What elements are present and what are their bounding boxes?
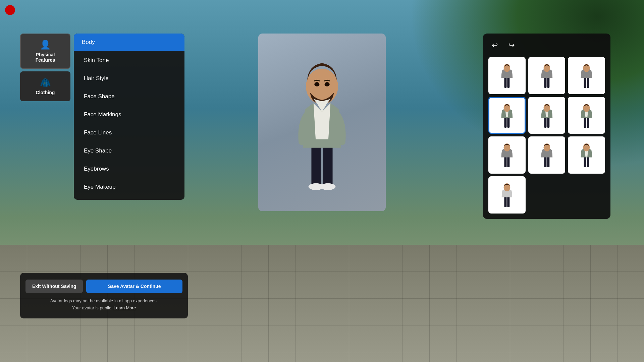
bottom-actions-panel: Exit Without Saving Save Avatar & Contin… [20,273,188,318]
svg-rect-12 [547,77,549,88]
action-buttons: Exit Without Saving Save Avatar & Contin… [25,280,182,293]
outfit-item-5[interactable] [528,97,566,134]
svg-rect-20 [544,117,546,128]
svg-rect-36 [507,196,509,207]
svg-rect-14 [584,77,586,88]
outfit-grid [488,57,605,214]
learn-more-link[interactable]: Learn More [114,305,136,310]
redo-button[interactable]: ↪ [505,39,518,52]
svg-rect-8 [504,77,506,88]
svg-rect-33 [587,157,589,168]
svg-rect-11 [544,77,546,88]
notice-text: Avatar legs may not be available in all … [25,298,182,312]
right-panel: ↩ ↪ [483,34,610,219]
physical-features-icon: 👤 [40,40,51,50]
outfit-item-10[interactable] [488,176,526,214]
tab-clothing[interactable]: 🧥 Clothing [20,71,70,101]
svg-rect-27 [507,157,509,168]
panel-controls: ↩ ↪ [488,39,605,52]
svg-rect-17 [504,117,506,128]
svg-rect-0 [311,143,321,186]
menu-item-body[interactable]: Body [74,34,184,51]
svg-point-5 [306,69,338,104]
avatar-figure [258,34,386,211]
redo-icon: ↪ [508,41,515,49]
outfit-item-9[interactable] [568,136,605,174]
outfit-item-7[interactable] [488,136,526,174]
tab-clothing-label: Clothing [36,90,55,95]
menu-item-face-lines[interactable]: Face Lines [76,124,182,141]
outfit-item-2[interactable] [528,57,566,94]
svg-point-6 [314,82,319,86]
svg-rect-18 [507,117,509,128]
tab-physical-features[interactable]: 👤 Physical Features [20,34,70,69]
svg-rect-26 [504,157,506,168]
notice-line2: Your avatar is public. [72,305,112,310]
tab-physical-features-label: Physical Features [26,52,64,63]
svg-point-3 [320,183,335,190]
svg-rect-1 [323,143,333,186]
category-tabs: 👤 Physical Features 🧥 Clothing [20,34,70,101]
undo-button[interactable]: ↩ [488,39,501,52]
outfit-item-8[interactable] [528,136,566,174]
menu-item-hair-style[interactable]: Hair Style [76,70,182,87]
svg-rect-29 [544,157,546,168]
menu-item-skin-tone[interactable]: Skin Tone [76,52,182,69]
menu-item-eye-makeup[interactable]: Eye Makeup [76,178,182,196]
menu-item-eyebrows[interactable]: Eyebrows [76,160,182,178]
svg-rect-32 [584,157,586,168]
menu-panel: Body Skin Tone Hair Style Face Shape Fac… [74,34,184,200]
svg-rect-21 [547,117,549,128]
svg-rect-24 [587,117,589,128]
menu-item-eye-shape[interactable]: Eye Shape [76,142,182,160]
avatar-preview [258,34,386,211]
outfit-item-4[interactable] [488,97,526,134]
red-circle-indicator [5,5,15,15]
menu-item-face-markings[interactable]: Face Markings [76,106,182,123]
left-panel: 👤 Physical Features 🧥 Clothing Body Skin… [20,34,188,105]
notice-line1: Avatar legs may not be available in all … [50,298,158,303]
clothing-icon: 🧥 [40,77,51,88]
svg-rect-15 [587,77,589,88]
svg-point-7 [325,82,330,86]
menu-item-face-shape[interactable]: Face Shape [76,88,182,105]
outfit-item-1[interactable] [488,57,526,94]
svg-rect-30 [547,157,549,168]
outfit-item-3[interactable] [568,57,605,94]
exit-without-saving-button[interactable]: Exit Without Saving [25,280,83,293]
undo-icon: ↩ [492,41,498,49]
svg-rect-23 [584,117,586,128]
svg-rect-35 [504,196,506,207]
outfit-item-6[interactable] [568,97,605,134]
svg-rect-9 [507,77,509,88]
save-avatar-button[interactable]: Save Avatar & Continue [86,280,182,293]
